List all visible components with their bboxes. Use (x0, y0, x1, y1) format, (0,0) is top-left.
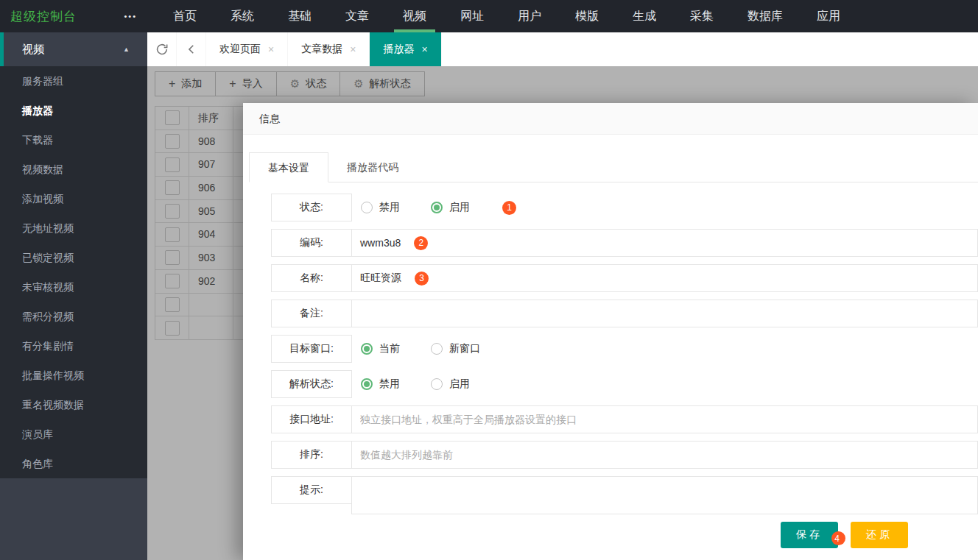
radio-icon (361, 378, 373, 390)
nav-item-system[interactable]: 系统 (214, 0, 271, 32)
name-value: 旺旺资源 (360, 272, 401, 285)
tab-label: 文章数据 (301, 43, 342, 56)
tab-player-code[interactable]: 播放器代码 (328, 152, 417, 182)
sidebar-menu: 服务器组 播放器 下载器 视频数据 添加视频 无地址视频 已锁定视频 未审核视频… (0, 66, 147, 478)
nav-item-application[interactable]: 应用 (800, 0, 857, 32)
step-badge-2: 2 (414, 236, 428, 250)
step-badge-3: 3 (415, 272, 429, 286)
save-button[interactable]: 保存 4 (781, 522, 838, 548)
nav-item-base[interactable]: 基础 (271, 0, 328, 32)
sidebar-item-role-library[interactable]: 角色库 (0, 449, 147, 478)
panel-tabs: 基本设置 播放器代码 (249, 152, 978, 182)
tip-field[interactable] (351, 476, 978, 514)
sidebar-section-label: 视频 (22, 43, 44, 57)
sidebar-item-video-data[interactable]: 视频数据 (0, 155, 147, 184)
note-label: 备注: (271, 300, 352, 327)
nav-item-home[interactable]: 首页 (156, 0, 214, 32)
name-label: 名称: (271, 264, 352, 292)
sidebar-item-downloader[interactable]: 下载器 (0, 125, 147, 155)
info-panel: 信息 基本设置 播放器代码 状态: 禁用 启用 1 (243, 103, 978, 560)
status-radio-enabled[interactable]: 启用 (431, 201, 470, 214)
sidebar-item-unreviewed-video[interactable]: 未审核视频 (0, 272, 147, 302)
nav-item-template[interactable]: 模版 (558, 0, 616, 32)
sidebar-item-batch-video[interactable]: 批量操作视频 (0, 361, 147, 390)
nav-item-generate[interactable]: 生成 (616, 0, 673, 32)
more-menu-icon[interactable]: ••• (124, 12, 137, 21)
tab-label: 播放器 (383, 43, 414, 56)
step-badge-4: 4 (831, 531, 845, 545)
tab-welcome-page[interactable]: 欢迎页面 × (206, 32, 288, 66)
sidebar-item-points-video[interactable]: 需积分视频 (0, 302, 147, 331)
form-row-tip: 提示: (271, 476, 978, 514)
main-nav: 首页 系统 基础 文章 视频 网址 用户 模版 生成 采集 数据库 应用 (147, 0, 857, 32)
form-row-target-window: 目标窗口: 当前 新窗口 (271, 335, 978, 363)
tab-label: 欢迎页面 (219, 43, 261, 56)
radio-icon (361, 202, 373, 213)
refresh-icon[interactable] (147, 32, 177, 66)
radio-icon (431, 202, 443, 213)
api-address-label: 接口地址: (271, 405, 352, 433)
panel-title: 信息 (243, 103, 978, 135)
parse-status-label: 解析状态: (271, 370, 352, 398)
target-window-label: 目标窗口: (271, 335, 352, 363)
status-label: 状态: (271, 194, 352, 221)
form-row-parse-status: 解析状态: 禁用 启用 (271, 370, 978, 398)
code-field[interactable]: wwm3u8 2 (351, 229, 978, 257)
form-row-api-address: 接口地址: (271, 405, 978, 433)
top-navbar: 超级控制台 ••• 首页 系统 基础 文章 视频 网址 用户 模版 生成 采集 … (0, 0, 978, 32)
tab-article-data[interactable]: 文章数据 × (288, 32, 370, 66)
nav-item-database[interactable]: 数据库 (731, 0, 800, 32)
sidebar-item-add-video[interactable]: 添加视频 (0, 184, 147, 213)
sidebar-item-locked-video[interactable]: 已锁定视频 (0, 243, 147, 272)
parse-radio-enabled[interactable]: 启用 (431, 378, 470, 391)
back-chevron-icon[interactable] (177, 32, 206, 66)
close-icon[interactable]: × (421, 43, 427, 55)
api-address-input[interactable] (360, 406, 977, 433)
nav-item-video[interactable]: 视频 (386, 0, 443, 32)
form-row-code: 编码: wwm3u8 2 (271, 229, 978, 257)
radio-icon (431, 343, 443, 355)
form-actions: 保存 4 还原 (271, 522, 978, 548)
step-badge-1: 1 (502, 201, 516, 215)
sidebar: 视频 ▲ 服务器组 播放器 下载器 视频数据 添加视频 无地址视频 已锁定视频 … (0, 32, 147, 560)
form-row-sort: 排序: (271, 441, 978, 469)
sidebar-item-actor-library[interactable]: 演员库 (0, 419, 147, 449)
close-icon[interactable]: × (350, 43, 356, 55)
form-row-name: 名称: 旺旺资源 3 (271, 264, 978, 292)
sidebar-item-server-group[interactable]: 服务器组 (0, 66, 147, 96)
nav-item-website[interactable]: 网址 (443, 0, 501, 32)
parse-radio-disabled[interactable]: 禁用 (361, 378, 400, 391)
note-field[interactable] (351, 300, 978, 327)
player-form: 状态: 禁用 启用 1 编码: wwm3u8 2 (271, 194, 978, 548)
close-icon[interactable]: × (268, 43, 274, 55)
sort-input[interactable] (360, 442, 977, 468)
target-radio-new-window[interactable]: 新窗口 (431, 342, 480, 355)
tab-bar: 欢迎页面 × 文章数据 × 播放器 × (147, 32, 978, 66)
app: 超级控制台 ••• 首页 系统 基础 文章 视频 网址 用户 模版 生成 采集 … (0, 0, 978, 560)
tip-label: 提示: (271, 476, 352, 504)
tab-basic-settings[interactable]: 基本设置 (249, 152, 328, 182)
sidebar-item-no-url-video[interactable]: 无地址视频 (0, 213, 147, 243)
reset-button[interactable]: 还原 (851, 522, 908, 548)
name-field[interactable]: 旺旺资源 3 (351, 264, 978, 292)
code-label: 编码: (271, 229, 352, 257)
app-logo: 超级控制台 (10, 8, 77, 25)
target-radio-current[interactable]: 当前 (361, 342, 400, 355)
nav-item-user[interactable]: 用户 (501, 0, 558, 32)
status-radio-disabled[interactable]: 禁用 (361, 201, 400, 214)
sort-label: 排序: (271, 441, 352, 469)
sidebar-item-duplicate-video[interactable]: 重名视频数据 (0, 390, 147, 419)
tab-player[interactable]: 播放器 × (370, 32, 441, 66)
radio-icon (361, 343, 373, 355)
form-row-note: 备注: (271, 300, 978, 327)
form-row-status: 状态: 禁用 启用 1 (271, 194, 978, 221)
collapse-arrow-icon: ▲ (123, 46, 130, 53)
nav-item-collect[interactable]: 采集 (673, 0, 731, 32)
sidebar-item-player[interactable]: 播放器 (0, 96, 147, 125)
radio-icon (431, 378, 443, 390)
code-value: wwm3u8 (360, 237, 401, 249)
sidebar-item-episode-plot[interactable]: 有分集剧情 (0, 331, 147, 361)
nav-item-article[interactable]: 文章 (328, 0, 386, 32)
logo-area: 超级控制台 ••• (0, 0, 147, 32)
sidebar-section-video[interactable]: 视频 ▲ (0, 32, 147, 66)
